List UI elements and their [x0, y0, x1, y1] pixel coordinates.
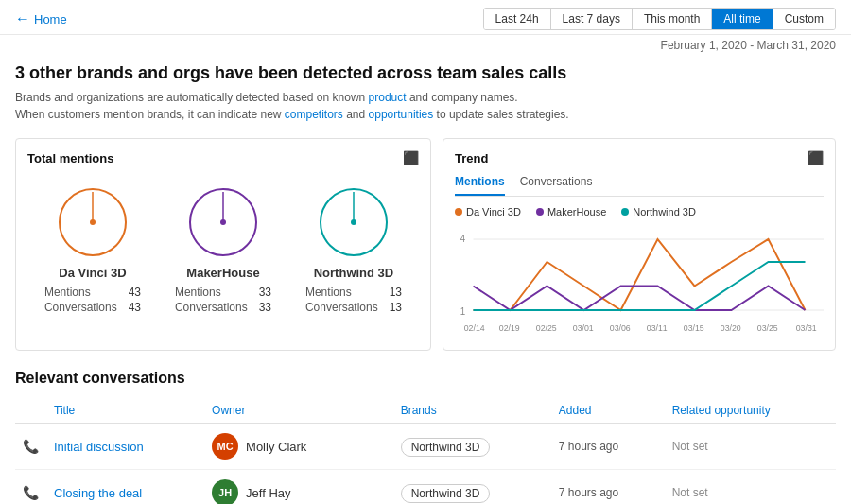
svg-text:03/11: 03/11: [647, 323, 668, 333]
legend-dot-northwind: [621, 208, 629, 216]
svg-text:03/20: 03/20: [721, 323, 741, 333]
tab-mentions[interactable]: Mentions: [455, 175, 505, 196]
trend-share-icon[interactable]: ⬛: [808, 150, 824, 165]
phone-icon-1: 📞: [15, 424, 46, 470]
product-link[interactable]: product: [369, 91, 407, 104]
brand-stats-makerhouse: Mentions 33 Conversations 33: [175, 286, 271, 314]
legend-dot-davinci: [455, 208, 462, 216]
trend-tabs: Mentions Conversations: [455, 175, 824, 197]
total-mentions-card: Total mentions ⬛ Da Vinci 3D: [15, 138, 431, 351]
phone-icon-2: 📞: [15, 470, 46, 505]
svg-text:02/14: 02/14: [464, 323, 485, 333]
col-added: Added: [551, 398, 665, 424]
conv-title-1[interactable]: Initial discussion: [46, 424, 204, 470]
table-row: 📞 Initial discussion MC Molly Clark Nort…: [15, 424, 836, 470]
owner-name-1: Molly Clark: [246, 440, 306, 454]
legend-dot-makerhouse: [536, 208, 544, 216]
conv-added-1: 7 hours ago: [551, 424, 665, 470]
brand-circle-davinci: [55, 184, 130, 260]
share-icon[interactable]: ⬛: [403, 150, 419, 165]
brand-item-davinci: Da Vinci 3D Mentions 43 Conversations 43: [44, 184, 141, 314]
legend-label-northwind: Northwind 3D: [633, 206, 696, 217]
brand-name-davinci: Da Vinci 3D: [59, 266, 126, 280]
total-mentions-title: Total mentions: [27, 151, 113, 165]
date-range: February 1, 2020 - March 31, 2020: [0, 35, 851, 56]
table-row: 📞 Closing the deal JH Jeff Hay Northwind…: [15, 470, 836, 505]
brand-mentions-northwind: Mentions 13: [305, 286, 402, 299]
filter-thismonth[interactable]: This month: [633, 9, 712, 29]
trend-card: Trend ⬛ Mentions Conversations Da Vinci …: [443, 138, 836, 351]
brand-name-makerhouse: MakerHouse: [186, 266, 259, 280]
avatar-2: JH: [212, 479, 238, 504]
conv-brand-1: Northwind 3D: [393, 424, 551, 470]
svg-point-8: [351, 219, 356, 225]
page-description: Brands and organizations are automatical…: [15, 89, 836, 123]
conv-related-1: Not set: [665, 424, 836, 470]
brand-item-makerhouse: MakerHouse Mentions 33 Conversations 33: [175, 184, 271, 314]
legend-label-makerhouse: MakerHouse: [547, 206, 606, 217]
filter-last7days[interactable]: Last 7 days: [551, 9, 633, 29]
conv-related-2: Not set: [665, 470, 836, 505]
brand-conversations-makerhouse: Conversations 33: [175, 301, 271, 314]
legend-makerhouse: MakerHouse: [536, 206, 606, 217]
trend-legend: Da Vinci 3D MakerHouse Northwind 3D: [455, 206, 824, 217]
back-arrow-icon: ←: [15, 10, 30, 27]
col-brands: Brands: [393, 398, 551, 424]
brand-circle-northwind: [316, 184, 391, 260]
conversations-section-title: Relevant conversations: [15, 370, 836, 387]
filter-alltime[interactable]: All time: [712, 9, 773, 29]
brand-mentions-makerhouse: Mentions 33: [175, 286, 271, 299]
brand-circle-makerhouse: [185, 184, 261, 260]
svg-text:03/15: 03/15: [684, 323, 704, 333]
legend-davinci: Da Vinci 3D: [455, 206, 521, 217]
conv-title-2[interactable]: Closing the deal: [46, 470, 204, 505]
back-label: Home: [34, 12, 67, 26]
svg-text:03/01: 03/01: [573, 323, 594, 333]
brand-stats-davinci: Mentions 43 Conversations 43: [44, 286, 141, 314]
brand-mentions-davinci: Mentions 43: [44, 286, 141, 299]
brands-list: Da Vinci 3D Mentions 43 Conversations 43: [27, 175, 419, 323]
brand-conversations-northwind: Conversations 13: [305, 301, 402, 314]
svg-text:02/25: 02/25: [536, 323, 557, 333]
legend-northwind: Northwind 3D: [621, 206, 696, 217]
brand-conversations-davinci: Conversations 43: [44, 301, 141, 314]
brand-stats-northwind: Mentions 13 Conversations 13: [305, 286, 402, 314]
svg-text:03/31: 03/31: [796, 323, 817, 333]
svg-point-2: [90, 219, 96, 225]
conversations-table: Title Owner Brands Added Related opportu…: [15, 398, 836, 504]
time-filter-group: Last 24h Last 7 days This month All time…: [483, 8, 836, 30]
svg-text:03/25: 03/25: [757, 323, 778, 333]
legend-label-davinci: Da Vinci 3D: [466, 206, 521, 217]
opportunities-link[interactable]: opportunities: [369, 108, 434, 121]
competitors-link[interactable]: competitors: [285, 108, 343, 121]
trend-chart: 4 1 02/14 02/19 02/25 03/: [455, 225, 824, 339]
conv-owner-2: JH Jeff Hay: [204, 470, 393, 505]
page-title: 3 other brands and orgs have been detect…: [15, 63, 836, 83]
tab-conversations[interactable]: Conversations: [520, 175, 593, 196]
filter-custom[interactable]: Custom: [773, 9, 835, 29]
svg-text:1: 1: [460, 306, 465, 317]
avatar-1: MC: [212, 433, 238, 460]
col-title: Title: [46, 398, 204, 424]
col-owner: Owner: [204, 398, 393, 424]
conv-brand-2: Northwind 3D: [393, 470, 551, 505]
svg-text:4: 4: [460, 234, 466, 244]
svg-point-5: [220, 219, 226, 225]
col-related: Related opportunity: [665, 398, 836, 424]
brand-item-northwind: Northwind 3D Mentions 13 Conversations 1…: [305, 184, 402, 314]
trend-title: Trend: [455, 151, 488, 165]
col-icon: [15, 398, 46, 424]
conv-added-2: 7 hours ago: [551, 470, 665, 505]
conv-owner-1: MC Molly Clark: [204, 424, 393, 470]
svg-text:03/06: 03/06: [610, 323, 631, 333]
filter-last24h[interactable]: Last 24h: [484, 9, 551, 29]
brand-name-northwind: Northwind 3D: [314, 266, 394, 280]
back-button[interactable]: ← Home: [15, 10, 67, 27]
owner-name-2: Jeff Hay: [246, 486, 290, 500]
svg-text:02/19: 02/19: [499, 323, 520, 333]
